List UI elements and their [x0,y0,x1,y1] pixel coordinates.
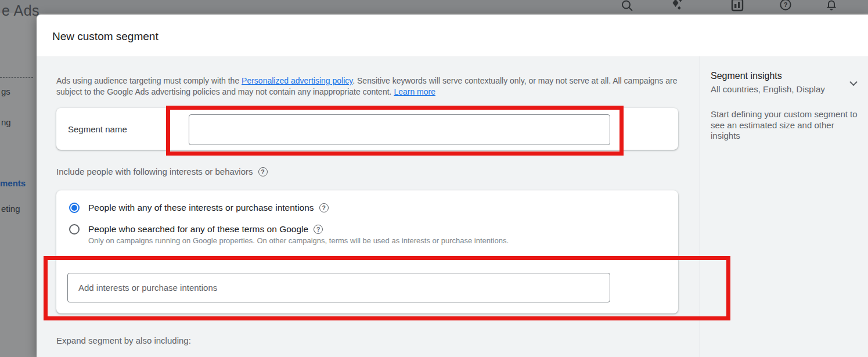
interests-options-card: People with any of these interests or pu… [56,190,678,313]
radio-option-search-terms[interactable]: People who searched for any of these ter… [69,224,323,235]
panel-divider [700,56,700,357]
segment-insights-subtitle: All countries, English, Display [711,84,825,94]
policy-notice: Ads using audience targeting must comply… [56,75,682,97]
segment-insights-title: Segment insights [711,71,782,81]
personalized-advertising-policy-link[interactable]: Personalized advertising policy [242,76,352,85]
help-icon[interactable] [258,167,268,176]
help-icon[interactable] [314,225,323,234]
radio-unselected-icon[interactable] [69,224,80,235]
learn-more-link[interactable]: Learn more [394,87,435,96]
expand-segment-label: Expand segment by also including: [56,336,191,345]
radio-option-label: People who searched for any of these ter… [88,224,323,235]
radio-option-interests[interactable]: People with any of these interests or pu… [69,203,329,213]
help-icon[interactable] [319,203,329,212]
segment-name-input[interactable] [189,114,610,145]
new-custom-segment-dialog: New custom segment Ads using audience ta… [37,15,868,357]
segment-name-card: Segment name [56,108,678,150]
segment-name-label: Segment name [68,124,127,134]
interests-input[interactable] [67,273,610,302]
dialog-title: New custom segment [52,30,159,43]
radio-selected-icon[interactable] [69,203,80,213]
chevron-down-icon[interactable] [846,76,861,91]
include-label-text: Include people with following interests … [56,167,253,176]
insights-empty-state: Start defining your custom segment to se… [711,109,860,142]
dialog-header: New custom segment [37,15,868,56]
screen: ? e Ads gs ng ments eting New custom seg… [0,0,868,357]
include-section-label: Include people with following interests … [56,167,268,176]
radio-option-label-text: People who searched for any of these ter… [88,224,308,235]
radio-option-description: Only on campaigns running on Google prop… [88,236,509,245]
radio-option-label: People with any of these interests or pu… [88,203,329,213]
policy-text: Ads using audience targeting must comply… [56,76,242,85]
radio-option-label-text: People with any of these interests or pu… [88,203,314,213]
